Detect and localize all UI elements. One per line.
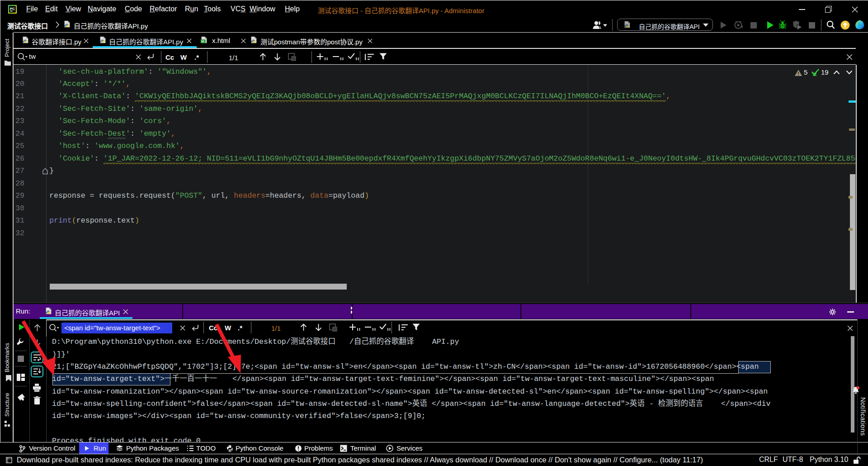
- svg-text:PC: PC: [10, 7, 15, 11]
